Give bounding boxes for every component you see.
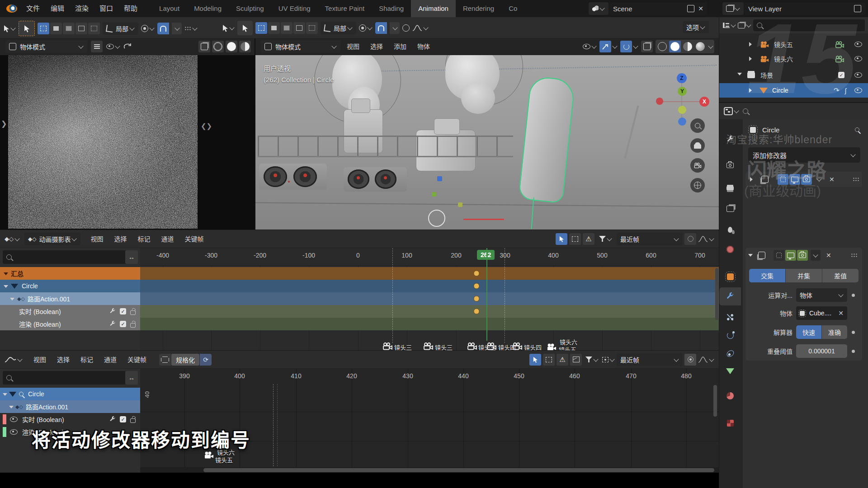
outliner-search-input[interactable] xyxy=(753,19,865,31)
select-mode-invert-icon[interactable] xyxy=(75,23,87,34)
channel-render[interactable]: 渲染 (Boolean) xyxy=(0,318,140,330)
modifier-2-header[interactable]: ✕ xyxy=(745,248,862,263)
channel-lock-icon[interactable] xyxy=(130,418,136,423)
tab-constraints[interactable] xyxy=(719,344,741,362)
menu-render[interactable]: 渲染 xyxy=(70,0,94,17)
select-mode-intersect-icon[interactable] xyxy=(88,23,100,34)
shading-solid-icon[interactable] xyxy=(226,41,237,52)
expand-icon[interactable] xyxy=(749,56,754,61)
hide-eye-icon[interactable] xyxy=(854,88,862,93)
channel-action[interactable]: ◆◇ 路面Action.001 xyxy=(0,400,140,413)
realtime-toggle[interactable] xyxy=(789,174,800,185)
grid-toggle-button[interactable] xyxy=(690,178,705,192)
tab-view-layer[interactable] xyxy=(719,200,741,218)
snap-mode-dropdown[interactable]: 最近帧 xyxy=(617,353,683,366)
op-intersect-tab[interactable]: 交集 xyxy=(749,269,785,282)
viewport-center[interactable]: 物体模式 视图 选择 添加 物体 xyxy=(255,38,719,230)
mode-dropdown[interactable]: 物体模式 xyxy=(5,40,87,53)
edit-mode-toggle[interactable] xyxy=(774,250,784,261)
editor-type-dropdown[interactable]: ◆◇ xyxy=(5,235,20,242)
render-strip[interactable] xyxy=(140,318,719,330)
outliner-item-camera6[interactable]: 镜头六 xyxy=(719,52,868,66)
transform-orientation-dropdown-2[interactable]: 局部 xyxy=(321,22,356,34)
tab-rendering[interactable]: Rendering xyxy=(456,0,501,17)
tab-output[interactable] xyxy=(719,179,741,197)
curve-frame-icon[interactable] xyxy=(570,354,582,366)
normalize-icon[interactable] xyxy=(159,354,171,366)
camera-marker-label[interactable]: 镜头四 xyxy=(524,343,542,351)
normalize-button[interactable]: 规格化 xyxy=(171,354,199,366)
menu-window[interactable]: 窗口 xyxy=(94,0,118,17)
keyframe[interactable] xyxy=(474,309,480,314)
channel-search-input[interactable] xyxy=(3,250,130,264)
selected-object[interactable] xyxy=(518,76,576,204)
render-toggle[interactable] xyxy=(801,174,812,185)
channel-lock-icon[interactable] xyxy=(130,310,136,315)
ds-key-menu[interactable]: 关键帧 xyxy=(180,230,208,248)
unlink-scene-icon[interactable]: ✕ xyxy=(698,5,703,12)
modifier-extras-chevron[interactable] xyxy=(811,250,821,261)
falloff-dropdown[interactable] xyxy=(698,357,714,363)
active-tool-select-box-2[interactable] xyxy=(237,21,253,35)
overlap-threshold-slider[interactable]: 0.000001 xyxy=(796,344,847,358)
op-union-tab[interactable]: 并集 xyxy=(786,269,822,282)
summary-strip[interactable] xyxy=(140,267,719,280)
filter-dropdown[interactable] xyxy=(585,357,599,362)
options-dropdown[interactable]: 选项 xyxy=(683,21,709,33)
shading-wireframe-icon[interactable] xyxy=(212,41,224,52)
channel-search-expand-icon[interactable]: ↔ xyxy=(125,250,138,264)
ds-channel-menu[interactable]: 通道 xyxy=(156,230,178,248)
tab-layout[interactable]: Layout xyxy=(152,0,187,17)
pivot-dropdown[interactable] xyxy=(602,357,615,362)
camera-marker-icon[interactable] xyxy=(423,342,434,350)
outliner-item-collection[interactable]: 场景 xyxy=(719,68,868,82)
channel-realtime[interactable]: 实时 (Boolean) xyxy=(0,305,140,318)
tab-material[interactable] xyxy=(719,387,741,405)
snap-magnet-icon-2[interactable] xyxy=(375,22,387,34)
outliner-item-camera5[interactable]: 镜头五 xyxy=(719,37,868,52)
viewport-scene[interactable]: Z Y X 用户透视 (262) Collection | Circle xyxy=(255,55,719,230)
channel-realtime-curve[interactable]: 实时 (Boolean) xyxy=(0,413,140,426)
timeline-ruler[interactable]: -400 -300 -200 -100 0 100 200 300 400 50… xyxy=(140,248,719,266)
keyframe[interactable] xyxy=(474,296,480,302)
shading-material-icon[interactable] xyxy=(239,41,251,52)
ge-marker-menu[interactable]: 标记 xyxy=(76,351,98,368)
menu-edit[interactable]: 编辑 xyxy=(45,0,70,17)
ge-view-menu[interactable]: 视图 xyxy=(29,351,51,368)
scene-icon-dropdown[interactable] xyxy=(589,2,609,15)
select-menu[interactable]: 选择 xyxy=(366,38,387,55)
hide-eye-icon[interactable] xyxy=(854,56,862,61)
channel-enable-checkbox[interactable] xyxy=(120,416,126,422)
expand-icon[interactable] xyxy=(749,42,754,47)
expand-icon[interactable] xyxy=(749,88,754,93)
dope-sheet-mode-dropdown[interactable]: ◆◇ 动画摄影表 xyxy=(24,233,80,245)
show-hidden-icon[interactable] xyxy=(569,233,581,245)
show-errors-icon[interactable]: ⚠ xyxy=(557,354,568,366)
shading-material-icon[interactable] xyxy=(682,41,693,52)
proportional-editing-icon-2[interactable] xyxy=(402,24,410,32)
solver-fast-button[interactable]: 快速 xyxy=(796,325,821,339)
tab-modifiers-active[interactable] xyxy=(719,287,741,305)
axis-z-neg-ball[interactable] xyxy=(678,117,686,126)
transform-orientation-dropdown[interactable]: 局部 xyxy=(103,22,138,35)
channel-visibility-eye-icon[interactable] xyxy=(10,429,18,435)
add-modifier-button[interactable]: 添加修改器 xyxy=(748,147,860,163)
add-menu[interactable]: 添加 xyxy=(389,38,411,55)
region-expand-icon[interactable]: ❯ xyxy=(1,119,7,128)
axis-x-ball[interactable]: X xyxy=(699,97,709,107)
editor-menus-icon[interactable] xyxy=(91,41,103,52)
modifier-wrench-icon[interactable] xyxy=(109,416,116,422)
select-mode-intersect-icon[interactable] xyxy=(306,22,318,34)
ge-key-menu[interactable]: 关键帧 xyxy=(123,351,151,368)
tab-animation[interactable]: Animation xyxy=(411,0,456,17)
pin-icon[interactable] xyxy=(19,392,24,396)
new-scene-icon[interactable] xyxy=(687,5,694,12)
tab-shading[interactable]: Shading xyxy=(372,0,411,17)
boolean-object-field[interactable]: Cube.... ✕ xyxy=(796,306,847,320)
camera-marker-label[interactable]: 镜头五 xyxy=(215,455,233,464)
properties-editor-type-dropdown[interactable] xyxy=(724,107,739,115)
modifier-wrench-icon[interactable] xyxy=(109,321,116,327)
new-view-layer-icon[interactable] xyxy=(854,5,861,12)
viewport-left[interactable]: 物体模式 ❯ ❮❯ xyxy=(0,38,255,230)
channel-summary[interactable]: 汇总 xyxy=(0,267,140,280)
